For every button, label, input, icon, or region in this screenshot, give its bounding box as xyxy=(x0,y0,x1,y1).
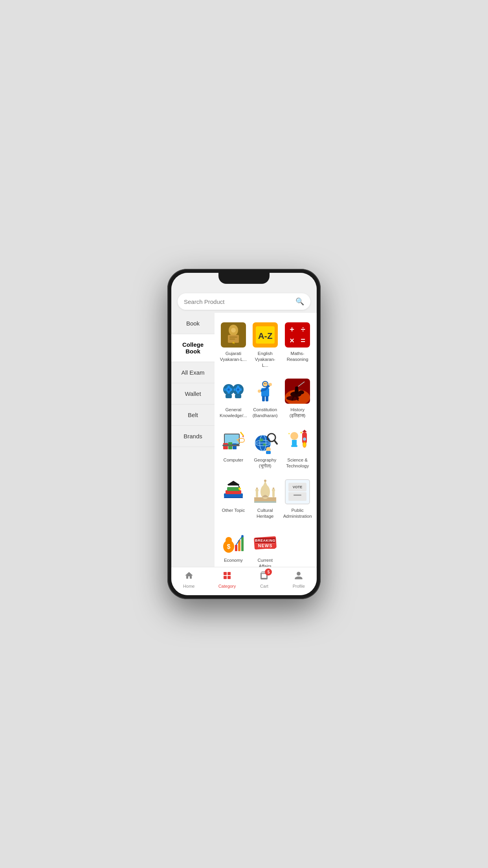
cultural-heritage-icon xyxy=(253,479,278,504)
other-topic-icon xyxy=(221,479,246,504)
svg-rect-113 xyxy=(224,576,227,579)
nav-profile[interactable]: Profile xyxy=(288,569,310,590)
category-grid: ગ Gujarati Vyakaran-L... A-Z xyxy=(216,317,315,567)
svg-rect-17 xyxy=(227,392,230,394)
svg-rect-112 xyxy=(227,572,231,575)
maths-icon: + ÷ × = xyxy=(285,322,310,348)
gk-icon xyxy=(221,379,246,404)
svg-point-13 xyxy=(227,388,230,391)
svg-rect-51 xyxy=(233,443,237,449)
nav-home[interactable]: Home xyxy=(178,569,199,590)
svg-text:★: ★ xyxy=(300,431,303,434)
public-admin-icon: VOTE xyxy=(285,479,310,504)
nav-category[interactable]: Category xyxy=(214,569,241,590)
search-bar[interactable]: 🔍 xyxy=(178,293,310,310)
svg-point-75 xyxy=(303,443,306,447)
grid-item-gujarati[interactable]: ગ Gujarati Vyakaran-L... xyxy=(218,318,249,372)
grid-item-economy[interactable]: $ Economy xyxy=(218,525,249,567)
search-input[interactable] xyxy=(184,298,295,305)
grid-item-maths[interactable]: + ÷ × = Maths-Reasoning xyxy=(282,318,314,372)
svg-point-104 xyxy=(241,535,244,537)
geography-icon xyxy=(253,429,278,454)
cart-label: Cart xyxy=(260,584,268,588)
economy-icon: $ xyxy=(221,529,246,554)
grid-item-constitution[interactable]: Constitution (Bandharan) xyxy=(251,375,279,423)
home-icon xyxy=(184,571,194,583)
grid-item-cultural[interactable]: Cultural Heritage xyxy=(251,475,279,523)
svg-rect-16 xyxy=(227,386,230,387)
sidebar-item-belt[interactable]: Belt xyxy=(171,405,215,426)
svg-rect-23 xyxy=(240,388,242,391)
svg-marker-56 xyxy=(242,436,244,438)
grid-item-history[interactable]: History (इतिहास) xyxy=(282,375,314,423)
svg-point-15 xyxy=(237,388,239,391)
svg-rect-25 xyxy=(235,394,241,398)
svg-rect-85 xyxy=(224,497,243,498)
category-label: Category xyxy=(218,584,236,588)
svg-point-35 xyxy=(264,383,265,384)
svg-point-33 xyxy=(258,390,261,393)
svg-rect-24 xyxy=(226,394,232,398)
svg-rect-69 xyxy=(290,440,292,445)
sidebar-item-wallet[interactable]: Wallet xyxy=(171,383,215,405)
grid-item-current-affairs[interactable]: BREAKING NEWS Current Affairs xyxy=(251,525,279,567)
constitution-icon xyxy=(253,379,278,404)
cart-wrapper: 5 xyxy=(259,571,269,583)
svg-point-29 xyxy=(269,383,272,386)
svg-rect-30 xyxy=(262,396,265,401)
sidebar-item-brands[interactable]: Brands xyxy=(171,426,215,447)
svg-rect-114 xyxy=(227,576,231,579)
svg-point-92 xyxy=(256,487,258,489)
grid-item-english[interactable]: A-Z English Vyakaran-L... xyxy=(251,318,279,372)
grid-item-science[interactable]: ★ ★ Science & Technology xyxy=(282,425,314,473)
profile-label: Profile xyxy=(293,584,305,588)
english-icon: A-Z xyxy=(253,322,278,348)
svg-rect-101 xyxy=(235,545,237,551)
svg-text:NEWS: NEWS xyxy=(258,543,272,548)
svg-point-34 xyxy=(263,382,268,386)
gk-label: General Knowledge/... xyxy=(220,407,247,419)
grid-item-computer[interactable]: Computer xyxy=(218,425,249,473)
svg-point-84 xyxy=(238,487,241,490)
svg-marker-88 xyxy=(261,481,270,492)
computer-label: Computer xyxy=(224,457,244,463)
notch xyxy=(218,273,270,284)
sidebar-item-all-exam[interactable]: All Exam xyxy=(171,362,215,383)
constitution-label: Constitution (Bandharan) xyxy=(253,407,278,419)
science-icon: ★ ★ xyxy=(285,429,310,454)
phone-frame: 🔍 Book College Book All Exam Wallet Belt… xyxy=(167,269,321,599)
nav-cart[interactable]: 5 Cart xyxy=(255,569,273,590)
svg-text:$: $ xyxy=(227,543,230,550)
english-label: English Vyakaran-L... xyxy=(253,351,278,368)
svg-rect-22 xyxy=(234,388,235,391)
economy-label: Economy xyxy=(224,557,243,563)
grid-item-other[interactable]: Other Topic xyxy=(218,475,249,523)
svg-text:A-Z: A-Z xyxy=(258,331,272,341)
svg-rect-5 xyxy=(229,338,235,340)
svg-rect-99 xyxy=(227,538,230,541)
current-affairs-label: Current Affairs xyxy=(253,557,278,567)
sidebar-item-book[interactable]: Book xyxy=(171,313,215,334)
sidebar-item-college-book[interactable]: College Book xyxy=(171,334,215,362)
geography-label: Geography (भूगोल) xyxy=(253,457,278,469)
sidebar: Book College Book All Exam Wallet Belt B… xyxy=(171,313,215,567)
grid-item-gk[interactable]: General Knowledge/... xyxy=(218,375,249,423)
svg-point-95 xyxy=(273,487,274,489)
svg-rect-96 xyxy=(254,501,276,503)
svg-rect-66 xyxy=(266,451,271,454)
grid-item-public-admin[interactable]: VOTE Public Administration xyxy=(282,475,314,523)
svg-point-3 xyxy=(231,328,236,333)
phone-inner: 🔍 Book College Book All Exam Wallet Belt… xyxy=(171,273,317,595)
grid-area: ગ Gujarati Vyakaran-L... A-Z xyxy=(215,313,317,567)
maths-label: Maths-Reasoning xyxy=(283,351,312,362)
history-icon xyxy=(285,379,310,404)
home-label: Home xyxy=(183,584,194,588)
svg-marker-82 xyxy=(227,481,240,485)
svg-marker-72 xyxy=(302,430,307,432)
cultural-label: Cultural Heritage xyxy=(253,508,278,519)
svg-text:★: ★ xyxy=(288,432,290,435)
svg-rect-31 xyxy=(266,396,268,401)
svg-rect-80 xyxy=(227,487,240,491)
grid-item-geography[interactable]: Geography (भूगोल) xyxy=(251,425,279,473)
svg-rect-21 xyxy=(237,392,239,394)
